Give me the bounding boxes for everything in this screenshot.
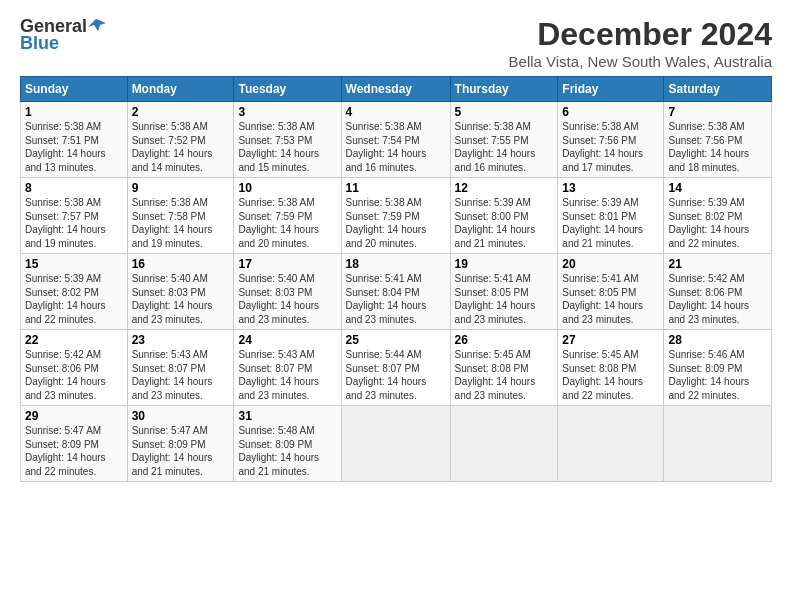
day-info: Sunrise: 5:38 AM Sunset: 7:52 PM Dayligh… xyxy=(132,120,230,174)
day-info: Sunrise: 5:38 AM Sunset: 7:58 PM Dayligh… xyxy=(132,196,230,250)
day-number: 22 xyxy=(25,333,123,347)
title-block: December 2024 Bella Vista, New South Wal… xyxy=(509,16,772,70)
table-cell: 11Sunrise: 5:38 AM Sunset: 7:59 PM Dayli… xyxy=(341,178,450,254)
table-cell: 31Sunrise: 5:48 AM Sunset: 8:09 PM Dayli… xyxy=(234,406,341,482)
day-info: Sunrise: 5:48 AM Sunset: 8:09 PM Dayligh… xyxy=(238,424,336,478)
table-cell: 2Sunrise: 5:38 AM Sunset: 7:52 PM Daylig… xyxy=(127,102,234,178)
day-number: 5 xyxy=(455,105,554,119)
table-cell: 26Sunrise: 5:45 AM Sunset: 8:08 PM Dayli… xyxy=(450,330,558,406)
day-info: Sunrise: 5:38 AM Sunset: 7:56 PM Dayligh… xyxy=(562,120,659,174)
day-info: Sunrise: 5:38 AM Sunset: 7:51 PM Dayligh… xyxy=(25,120,123,174)
day-info: Sunrise: 5:41 AM Sunset: 8:05 PM Dayligh… xyxy=(455,272,554,326)
day-info: Sunrise: 5:38 AM Sunset: 7:59 PM Dayligh… xyxy=(238,196,336,250)
day-number: 25 xyxy=(346,333,446,347)
day-info: Sunrise: 5:39 AM Sunset: 8:00 PM Dayligh… xyxy=(455,196,554,250)
day-number: 30 xyxy=(132,409,230,423)
day-number: 21 xyxy=(668,257,767,271)
table-cell: 16Sunrise: 5:40 AM Sunset: 8:03 PM Dayli… xyxy=(127,254,234,330)
day-number: 29 xyxy=(25,409,123,423)
table-cell: 23Sunrise: 5:43 AM Sunset: 8:07 PM Dayli… xyxy=(127,330,234,406)
col-monday: Monday xyxy=(127,77,234,102)
table-cell: 29Sunrise: 5:47 AM Sunset: 8:09 PM Dayli… xyxy=(21,406,128,482)
table-cell xyxy=(664,406,772,482)
day-info: Sunrise: 5:38 AM Sunset: 7:53 PM Dayligh… xyxy=(238,120,336,174)
day-number: 27 xyxy=(562,333,659,347)
day-info: Sunrise: 5:38 AM Sunset: 7:57 PM Dayligh… xyxy=(25,196,123,250)
day-number: 1 xyxy=(25,105,123,119)
table-cell: 19Sunrise: 5:41 AM Sunset: 8:05 PM Dayli… xyxy=(450,254,558,330)
logo: General Blue xyxy=(20,16,106,54)
day-info: Sunrise: 5:38 AM Sunset: 7:55 PM Dayligh… xyxy=(455,120,554,174)
calendar-week-row: 29Sunrise: 5:47 AM Sunset: 8:09 PM Dayli… xyxy=(21,406,772,482)
table-cell: 28Sunrise: 5:46 AM Sunset: 8:09 PM Dayli… xyxy=(664,330,772,406)
table-cell: 9Sunrise: 5:38 AM Sunset: 7:58 PM Daylig… xyxy=(127,178,234,254)
day-info: Sunrise: 5:42 AM Sunset: 8:06 PM Dayligh… xyxy=(25,348,123,402)
col-thursday: Thursday xyxy=(450,77,558,102)
table-cell: 7Sunrise: 5:38 AM Sunset: 7:56 PM Daylig… xyxy=(664,102,772,178)
table-cell xyxy=(341,406,450,482)
day-number: 13 xyxy=(562,181,659,195)
day-number: 18 xyxy=(346,257,446,271)
day-info: Sunrise: 5:39 AM Sunset: 8:02 PM Dayligh… xyxy=(668,196,767,250)
day-info: Sunrise: 5:38 AM Sunset: 7:56 PM Dayligh… xyxy=(668,120,767,174)
table-cell: 22Sunrise: 5:42 AM Sunset: 8:06 PM Dayli… xyxy=(21,330,128,406)
calendar-header-row: Sunday Monday Tuesday Wednesday Thursday… xyxy=(21,77,772,102)
table-cell: 6Sunrise: 5:38 AM Sunset: 7:56 PM Daylig… xyxy=(558,102,664,178)
day-info: Sunrise: 5:41 AM Sunset: 8:05 PM Dayligh… xyxy=(562,272,659,326)
col-sunday: Sunday xyxy=(21,77,128,102)
logo-blue-text: Blue xyxy=(20,33,59,54)
day-info: Sunrise: 5:43 AM Sunset: 8:07 PM Dayligh… xyxy=(238,348,336,402)
col-friday: Friday xyxy=(558,77,664,102)
col-saturday: Saturday xyxy=(664,77,772,102)
header-row: General Blue December 2024 Bella Vista, … xyxy=(20,16,772,70)
day-number: 11 xyxy=(346,181,446,195)
col-wednesday: Wednesday xyxy=(341,77,450,102)
table-cell xyxy=(558,406,664,482)
day-number: 26 xyxy=(455,333,554,347)
day-number: 24 xyxy=(238,333,336,347)
day-info: Sunrise: 5:43 AM Sunset: 8:07 PM Dayligh… xyxy=(132,348,230,402)
day-info: Sunrise: 5:38 AM Sunset: 7:59 PM Dayligh… xyxy=(346,196,446,250)
day-info: Sunrise: 5:40 AM Sunset: 8:03 PM Dayligh… xyxy=(238,272,336,326)
table-cell: 21Sunrise: 5:42 AM Sunset: 8:06 PM Dayli… xyxy=(664,254,772,330)
subtitle: Bella Vista, New South Wales, Australia xyxy=(509,53,772,70)
calendar-week-row: 15Sunrise: 5:39 AM Sunset: 8:02 PM Dayli… xyxy=(21,254,772,330)
table-cell: 13Sunrise: 5:39 AM Sunset: 8:01 PM Dayli… xyxy=(558,178,664,254)
day-number: 10 xyxy=(238,181,336,195)
day-info: Sunrise: 5:39 AM Sunset: 8:01 PM Dayligh… xyxy=(562,196,659,250)
day-number: 23 xyxy=(132,333,230,347)
table-cell: 14Sunrise: 5:39 AM Sunset: 8:02 PM Dayli… xyxy=(664,178,772,254)
day-number: 15 xyxy=(25,257,123,271)
day-info: Sunrise: 5:45 AM Sunset: 8:08 PM Dayligh… xyxy=(562,348,659,402)
table-cell: 3Sunrise: 5:38 AM Sunset: 7:53 PM Daylig… xyxy=(234,102,341,178)
table-cell: 10Sunrise: 5:38 AM Sunset: 7:59 PM Dayli… xyxy=(234,178,341,254)
calendar-table: Sunday Monday Tuesday Wednesday Thursday… xyxy=(20,76,772,482)
logo-bird-icon xyxy=(88,17,106,35)
calendar-week-row: 8Sunrise: 5:38 AM Sunset: 7:57 PM Daylig… xyxy=(21,178,772,254)
day-info: Sunrise: 5:39 AM Sunset: 8:02 PM Dayligh… xyxy=(25,272,123,326)
table-cell: 4Sunrise: 5:38 AM Sunset: 7:54 PM Daylig… xyxy=(341,102,450,178)
col-tuesday: Tuesday xyxy=(234,77,341,102)
day-number: 3 xyxy=(238,105,336,119)
svg-marker-0 xyxy=(88,19,106,31)
day-number: 4 xyxy=(346,105,446,119)
day-number: 28 xyxy=(668,333,767,347)
day-number: 9 xyxy=(132,181,230,195)
day-info: Sunrise: 5:47 AM Sunset: 8:09 PM Dayligh… xyxy=(132,424,230,478)
day-info: Sunrise: 5:46 AM Sunset: 8:09 PM Dayligh… xyxy=(668,348,767,402)
table-cell: 12Sunrise: 5:39 AM Sunset: 8:00 PM Dayli… xyxy=(450,178,558,254)
day-number: 16 xyxy=(132,257,230,271)
day-number: 7 xyxy=(668,105,767,119)
day-number: 12 xyxy=(455,181,554,195)
day-info: Sunrise: 5:38 AM Sunset: 7:54 PM Dayligh… xyxy=(346,120,446,174)
day-number: 20 xyxy=(562,257,659,271)
day-number: 17 xyxy=(238,257,336,271)
day-number: 8 xyxy=(25,181,123,195)
table-cell: 18Sunrise: 5:41 AM Sunset: 8:04 PM Dayli… xyxy=(341,254,450,330)
table-cell: 8Sunrise: 5:38 AM Sunset: 7:57 PM Daylig… xyxy=(21,178,128,254)
table-cell: 25Sunrise: 5:44 AM Sunset: 8:07 PM Dayli… xyxy=(341,330,450,406)
calendar-week-row: 1Sunrise: 5:38 AM Sunset: 7:51 PM Daylig… xyxy=(21,102,772,178)
calendar-week-row: 22Sunrise: 5:42 AM Sunset: 8:06 PM Dayli… xyxy=(21,330,772,406)
page: General Blue December 2024 Bella Vista, … xyxy=(0,0,792,492)
day-number: 6 xyxy=(562,105,659,119)
